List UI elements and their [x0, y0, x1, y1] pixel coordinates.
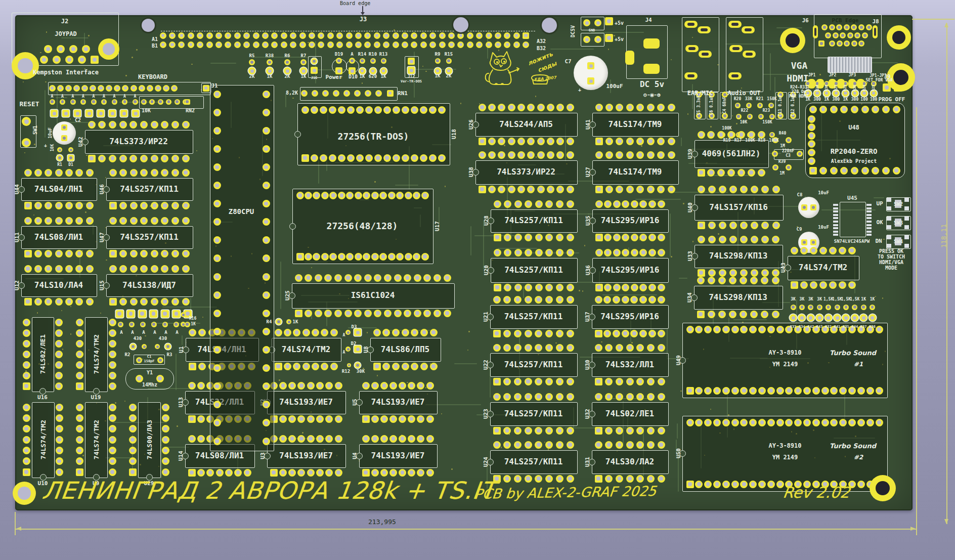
pad	[622, 234, 629, 241]
via	[469, 68, 471, 69]
pad	[866, 24, 872, 30]
pad	[362, 415, 370, 423]
pad	[798, 314, 805, 321]
silk-text: R13	[379, 52, 387, 57]
pad	[165, 343, 171, 350]
pad	[225, 41, 231, 48]
pad	[776, 326, 784, 333]
pad	[567, 104, 574, 111]
pad	[263, 291, 270, 299]
pad	[658, 344, 665, 352]
pad	[430, 363, 438, 370]
pad	[263, 346, 270, 354]
pad	[626, 427, 634, 435]
pad	[356, 106, 364, 114]
pad	[188, 469, 196, 477]
pad	[698, 131, 705, 139]
pad	[758, 169, 765, 177]
pad	[213, 145, 221, 153]
pad	[213, 364, 221, 372]
pad	[476, 32, 483, 39]
pad	[698, 169, 705, 177]
pad	[810, 239, 816, 245]
pad	[417, 435, 424, 443]
pad	[514, 344, 522, 352]
pad	[595, 104, 603, 111]
pad	[56, 447, 63, 454]
pad	[433, 310, 441, 317]
via	[683, 203, 684, 204]
pad	[161, 155, 168, 162]
mounting-hole	[540, 16, 558, 34]
pad	[556, 138, 564, 145]
pad	[808, 305, 813, 310]
pad	[271, 32, 278, 39]
silk-text: 220nF	[782, 149, 794, 153]
pad	[605, 138, 613, 145]
pad	[861, 106, 869, 113]
silk-text: U42	[78, 137, 83, 147]
pad	[213, 127, 221, 135]
pad	[708, 236, 716, 243]
pad	[622, 249, 629, 256]
pad	[399, 382, 406, 390]
pad	[729, 222, 737, 229]
oval-pad	[684, 72, 698, 79]
silk-text: R17	[734, 139, 742, 143]
pad	[155, 344, 160, 349]
pad	[50, 99, 55, 105]
pad	[109, 361, 116, 369]
pad	[160, 32, 166, 39]
pad	[761, 311, 768, 318]
pad	[488, 186, 496, 193]
pad	[658, 475, 665, 483]
pad	[429, 32, 436, 39]
silk-text: +5v	[615, 21, 624, 26]
smd-pin	[833, 231, 838, 233]
pad	[508, 104, 515, 111]
pad	[648, 249, 656, 256]
silk-text: J8	[872, 19, 879, 24]
pad	[388, 192, 396, 199]
pad	[751, 186, 758, 193]
silk-text: 3K	[817, 297, 822, 301]
pad	[616, 151, 623, 159]
pad	[423, 274, 431, 282]
pad	[698, 236, 705, 243]
copper-trace	[874, 197, 884, 198]
dim-width-arrow-left-icon	[16, 527, 21, 531]
pad	[347, 106, 355, 114]
slot-pad	[873, 25, 878, 38]
silk-text: U22	[483, 360, 489, 370]
silk-text: C1	[147, 355, 151, 359]
via	[451, 468, 453, 470]
pad	[749, 481, 757, 488]
pad	[848, 419, 856, 426]
pad	[525, 344, 532, 352]
pad	[178, 32, 185, 39]
silk-text: PCB Edge	[832, 18, 859, 23]
pad	[658, 378, 665, 385]
silk-text: Audio OUT	[727, 90, 760, 96]
silk-text: +5v	[615, 37, 624, 42]
silk-text: 74LS373/ИР22	[109, 138, 168, 146]
silk-text: C7	[565, 59, 571, 64]
silk-text: U16	[37, 395, 48, 400]
pad	[122, 99, 127, 105]
pad	[636, 138, 644, 145]
pad	[493, 344, 501, 352]
copper-trace	[679, 278, 687, 279]
pad	[307, 435, 315, 443]
pad	[556, 427, 563, 435]
copper-trace	[470, 226, 471, 255]
pad	[297, 435, 305, 443]
pad	[847, 32, 853, 38]
pad	[98, 121, 106, 128]
smd-pin	[866, 227, 872, 229]
pad	[334, 274, 342, 282]
via	[579, 290, 580, 291]
silk-text: 1K	[191, 322, 196, 326]
via	[132, 57, 133, 58]
pad	[55, 329, 63, 337]
pad	[55, 361, 63, 369]
